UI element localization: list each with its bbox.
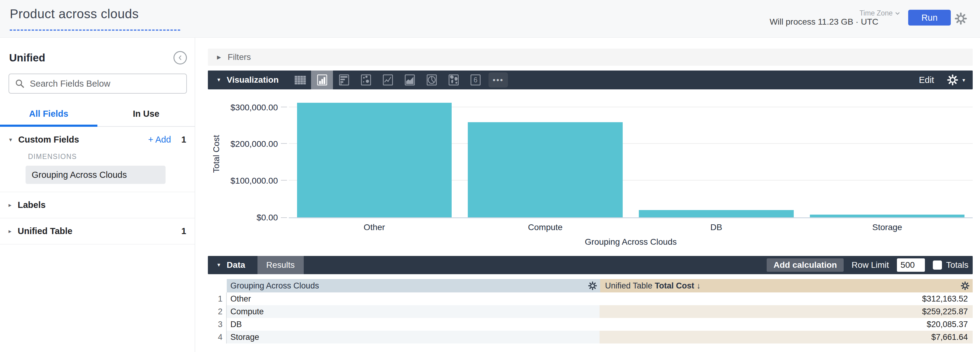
- bar-storage[interactable]: [810, 215, 964, 217]
- field-tabs: All Fields In Use: [0, 109, 195, 127]
- y-tick-mark: [281, 143, 287, 144]
- map-icon[interactable]: [442, 71, 465, 89]
- x-tick-label: Compute: [460, 222, 631, 232]
- table-row: 3DB$20,085.37: [208, 318, 973, 331]
- caret-right-icon[interactable]: ▸: [8, 228, 18, 235]
- tab-all-fields[interactable]: All Fields: [0, 109, 97, 126]
- chart-type-toolbar: 6•••: [289, 71, 510, 89]
- single-value-icon[interactable]: 6: [465, 71, 486, 89]
- triangle-down-icon: ▼: [216, 77, 221, 83]
- title-underline: [10, 30, 180, 31]
- line-chart-icon[interactable]: [377, 71, 399, 89]
- bar-slot: [460, 89, 631, 217]
- row-number-header: [208, 279, 227, 292]
- column-gear-icon[interactable]: [961, 281, 970, 290]
- y-axis-title: Total Cost: [208, 89, 225, 218]
- measure-cell[interactable]: $312,163.52: [600, 292, 973, 305]
- area-chart-icon[interactable]: [399, 71, 421, 89]
- content: Unified All Fields In Use ▾ Custom Field…: [0, 38, 980, 352]
- data-bar-title[interactable]: ▼ Data: [208, 260, 245, 270]
- triangle-down-icon: ▼: [216, 262, 221, 268]
- bars: [289, 89, 973, 217]
- y-tick-label: $100,000.00: [231, 176, 278, 186]
- measure-field-label: Total Cost: [655, 281, 694, 290]
- bar-db[interactable]: [639, 210, 794, 217]
- more-dots-icon: •••: [488, 72, 508, 87]
- row-limit-input[interactable]: [897, 258, 925, 272]
- unified-table-section-label: Unified Table: [18, 226, 72, 236]
- y-axis-tick-labels: $0.00$100,000.00$200,000.00$300,000.00: [225, 89, 289, 218]
- page-title[interactable]: Product across clouds: [10, 7, 139, 21]
- chevron-down-icon: [895, 12, 900, 15]
- dimension-column-header[interactable]: Grouping Across Clouds: [227, 279, 600, 292]
- visualization-bar: ▼ Visualization 6••• Edit ▼: [208, 71, 973, 89]
- bar-chart-icon[interactable]: [333, 71, 355, 89]
- measure-cell[interactable]: $259,225.87: [600, 305, 973, 318]
- run-button[interactable]: Run: [908, 10, 951, 25]
- add-custom-field-button[interactable]: + Add: [148, 135, 171, 145]
- caret-down-icon[interactable]: ▾: [9, 136, 18, 143]
- measure-cell[interactable]: $20,085.37: [600, 318, 973, 331]
- bar-compute[interactable]: [468, 122, 622, 217]
- filters-bar[interactable]: ▶ Filters: [208, 49, 973, 66]
- visualization-bar-title[interactable]: ▼ Visualization: [208, 75, 278, 85]
- timezone-dropdown[interactable]: Time Zone: [859, 9, 900, 17]
- column-chart-icon[interactable]: [311, 71, 333, 89]
- active-tab-underline: [0, 125, 97, 127]
- y-tick-label: $300,000.00: [231, 103, 278, 113]
- data-label: Data: [227, 260, 245, 270]
- triangle-down-icon: ▼: [961, 78, 966, 83]
- triangle-right-icon: ▶: [217, 54, 221, 60]
- y-tick-mark: [281, 217, 287, 218]
- field-search-box[interactable]: [8, 74, 187, 94]
- section-labels[interactable]: ▸ Labels: [0, 192, 195, 218]
- explore-view-title: Unified: [9, 52, 45, 64]
- gear-icon: [947, 74, 958, 86]
- dimension-cell[interactable]: DB: [227, 318, 600, 331]
- field-picker-sidebar: Unified All Fields In Use ▾ Custom Field…: [0, 38, 195, 352]
- caret-right-icon[interactable]: ▸: [8, 201, 18, 209]
- section-unified-table[interactable]: ▸ Unified Table 1: [0, 218, 195, 244]
- dimension-cell[interactable]: Storage: [227, 331, 600, 344]
- table-body: 1Other$312,163.522Compute$259,225.873DB$…: [208, 292, 973, 344]
- pie-chart-icon[interactable]: [421, 71, 442, 89]
- labels-section-label: Labels: [18, 200, 46, 210]
- sort-desc-icon[interactable]: ↓: [697, 281, 701, 290]
- edit-button[interactable]: Edit: [919, 75, 934, 85]
- svg-text:6: 6: [474, 76, 477, 84]
- table-icon[interactable]: [289, 71, 311, 89]
- visualization-settings-button[interactable]: ▼: [947, 74, 966, 86]
- bar-other[interactable]: [297, 103, 452, 217]
- measure-cell[interactable]: $7,661.64: [600, 331, 973, 344]
- add-calculation-button[interactable]: Add calculation: [767, 258, 843, 272]
- measure-column-header[interactable]: Unified Table Total Cost ↓: [600, 279, 973, 292]
- x-tick-label: Storage: [802, 222, 973, 232]
- y-tick-label: $200,000.00: [231, 139, 278, 149]
- settings-gear-icon[interactable]: [955, 12, 967, 25]
- row-number: 2: [208, 305, 227, 318]
- totals-label: Totals: [946, 260, 969, 270]
- tab-in-use[interactable]: In Use: [97, 109, 195, 126]
- table-row: 4Storage$7,661.64: [208, 331, 973, 344]
- section-custom-fields[interactable]: ▾ Custom Fields + Add 1: [0, 127, 195, 147]
- column-gear-icon[interactable]: [588, 281, 597, 290]
- bar-slot: [802, 89, 973, 217]
- sidebar-collapse-button[interactable]: [173, 51, 187, 65]
- dimension-column-label: Grouping Across Clouds: [231, 281, 319, 290]
- visualization-label: Visualization: [227, 75, 279, 85]
- field-grouping-across-clouds[interactable]: Grouping Across Clouds: [25, 166, 165, 184]
- y-tick-mark: [281, 180, 287, 181]
- x-axis-tick-labels: OtherComputeDBStorage: [289, 222, 973, 232]
- totals-checkbox[interactable]: [933, 260, 942, 270]
- scatter-plot-icon[interactable]: [355, 71, 377, 89]
- bar-slot: [289, 89, 460, 217]
- search-fields-input[interactable]: [30, 79, 181, 89]
- filters-label: Filters: [228, 52, 251, 62]
- dimension-cell[interactable]: Other: [227, 292, 600, 305]
- dimension-cell[interactable]: Compute: [227, 305, 600, 318]
- more-options-icon[interactable]: •••: [486, 71, 510, 89]
- x-tick-label: Other: [289, 222, 460, 232]
- row-number: 3: [208, 318, 227, 331]
- results-tab[interactable]: Results: [258, 256, 304, 274]
- data-bar: ▼ Data Results Add calculation Row Limit…: [208, 256, 973, 274]
